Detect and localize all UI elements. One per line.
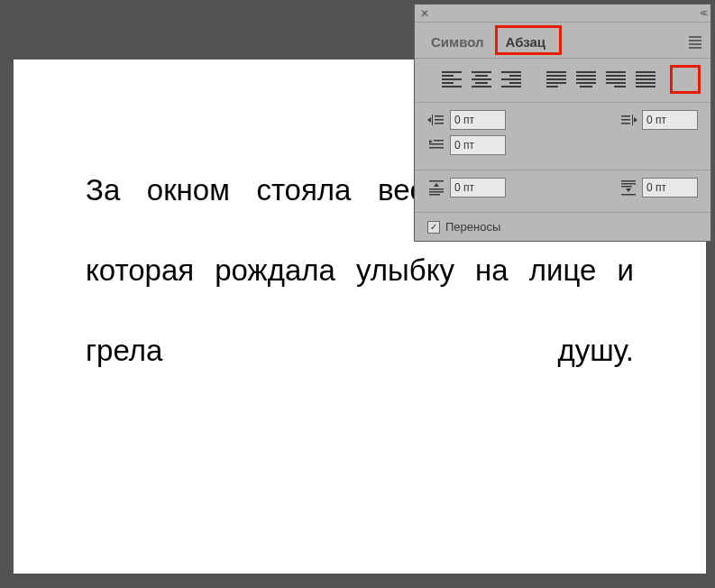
tab-paragraph[interactable]: Абзац — [495, 29, 557, 55]
svg-rect-12 — [429, 188, 444, 190]
tabs-row: Символ Абзац — [415, 23, 710, 59]
hyphenation-checkbox[interactable]: ✓ — [427, 221, 440, 234]
svg-rect-16 — [621, 183, 636, 185]
hyphenation-row: ✓ Переносы — [415, 213, 710, 241]
svg-rect-7 — [632, 115, 633, 125]
align-right-icon[interactable] — [500, 69, 523, 89]
justify-right-icon[interactable] — [604, 69, 628, 89]
collapse-icon[interactable]: << — [700, 8, 705, 18]
panel-menu-icon[interactable] — [685, 32, 705, 52]
svg-rect-6 — [621, 123, 630, 124]
panel-header: ✕ << — [415, 5, 710, 23]
justify-left-icon[interactable] — [545, 69, 568, 89]
tab-symbol[interactable]: Символ — [420, 29, 495, 55]
justify-full-icon[interactable] — [634, 69, 657, 89]
svg-rect-17 — [621, 186, 632, 188]
svg-rect-18 — [621, 194, 636, 196]
svg-rect-0 — [432, 115, 433, 125]
align-left-icon[interactable] — [440, 69, 463, 89]
align-center-icon[interactable] — [470, 69, 493, 89]
paragraph-panel: ✕ << Символ Абзац — [414, 4, 711, 242]
svg-rect-14 — [429, 194, 440, 196]
justify-center-icon[interactable] — [574, 69, 598, 89]
svg-rect-5 — [621, 119, 630, 121]
spacing-section — [415, 170, 710, 213]
svg-rect-13 — [429, 191, 444, 193]
svg-rect-9 — [429, 143, 444, 145]
indent-section — [415, 103, 710, 170]
space-after-input[interactable] — [642, 178, 698, 198]
svg-rect-15 — [621, 180, 636, 182]
first-line-indent-icon — [427, 138, 445, 152]
justify-full-highlight — [670, 65, 701, 94]
svg-rect-8 — [434, 140, 444, 142]
indent-left-icon — [427, 113, 445, 127]
space-before-icon — [427, 179, 445, 196]
close-icon[interactable]: ✕ — [420, 7, 429, 20]
first-line-indent-input[interactable] — [450, 135, 506, 155]
hyphenation-label: Переносы — [445, 220, 500, 234]
space-after-icon — [619, 179, 637, 196]
alignment-row — [415, 59, 710, 103]
svg-rect-3 — [435, 123, 444, 124]
svg-rect-4 — [621, 115, 630, 117]
svg-rect-2 — [435, 119, 444, 121]
indent-right-input[interactable] — [642, 110, 698, 130]
svg-rect-11 — [429, 180, 444, 182]
indent-left-input[interactable] — [450, 110, 506, 130]
svg-rect-1 — [435, 115, 444, 117]
indent-right-icon — [619, 113, 637, 127]
space-before-input[interactable] — [450, 178, 506, 198]
svg-rect-10 — [429, 147, 444, 149]
